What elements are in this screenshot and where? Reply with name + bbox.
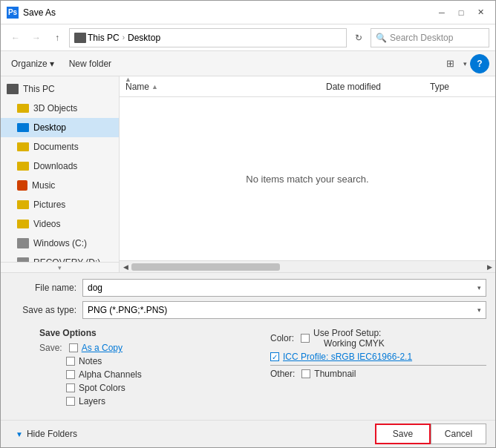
sidebar-item-videos[interactable]: Videos — [1, 214, 119, 234]
save-as-type-label: Save as type: — [10, 305, 76, 315]
icc-profile-row: ICC Profile: sRGB IEC61966-2.1 — [270, 352, 486, 362]
back-button[interactable]: ← — [7, 29, 25, 47]
sidebar-label-windows-c: Windows (C:) — [33, 238, 87, 248]
bottom-bar: ▼ Hide Folders Save Cancel — [1, 420, 495, 447]
scroll-track — [131, 261, 483, 273]
column-date[interactable]: Date modified — [326, 82, 430, 92]
new-folder-label: New folder — [69, 59, 111, 69]
option-row-alpha: Alpha Channels — [39, 369, 255, 380]
file-name-label: File name: — [10, 283, 76, 293]
scroll-left-button[interactable]: ◀ — [120, 261, 131, 273]
main-area: This PC 3D Objects Desktop Documents Dow… — [1, 76, 495, 272]
spot-colors-checkbox[interactable] — [66, 383, 75, 392]
hide-folders-label: Hide Folders — [27, 429, 77, 439]
sidebar-item-music[interactable]: Music — [1, 176, 119, 195]
use-proof-label: Use Proof Setup: Working CMYK — [313, 328, 385, 349]
bottom-form: File name: dog ▾ Save as type: PNG (*.PN… — [1, 272, 495, 420]
save-label: Save: — [39, 343, 62, 353]
folder-icon — [17, 104, 29, 113]
layers-checkbox[interactable] — [66, 397, 75, 406]
other-row: Other: Thumbnail — [270, 369, 486, 379]
dialog-title: Save As — [23, 7, 433, 18]
alpha-channels-label: Alpha Channels — [79, 369, 142, 380]
column-name[interactable]: Name ▲ — [125, 82, 326, 92]
sidebar-item-3d-objects[interactable]: 3D Objects — [1, 99, 119, 118]
chevron-icon: ▼ — [16, 430, 23, 438]
sidebar-label-music: Music — [32, 180, 55, 191]
option-row-spot: Spot Colors — [39, 383, 255, 393]
sidebar-item-windows-c[interactable]: Windows (C:) — [1, 234, 119, 253]
sidebar-item-documents[interactable]: Documents — [1, 137, 119, 157]
organize-arrow: ▾ — [50, 59, 54, 69]
sidebar-label-desktop: Desktop — [33, 122, 66, 133]
hide-folders-button[interactable]: ▼ Hide Folders — [10, 424, 83, 444]
title-bar: Ps Save As ─ □ ✕ — [1, 1, 495, 24]
as-a-copy-checkbox[interactable] — [69, 343, 78, 352]
icc-profile-checkbox[interactable] — [270, 352, 279, 361]
minimize-button[interactable]: ─ — [433, 4, 451, 22]
color-label: Color: — [270, 333, 294, 343]
refresh-button[interactable]: ↻ — [350, 29, 368, 47]
organize-button[interactable]: Organize ▾ — [7, 54, 59, 73]
organize-label: Organize — [11, 59, 48, 69]
view-arrow: ▾ — [463, 60, 467, 67]
column-type[interactable]: Type — [430, 82, 489, 92]
save-options: Save Options Save: As a Copy Notes Alpha… — [10, 323, 486, 414]
folder-icon — [17, 220, 29, 228]
sidebar-label-this-pc: This PC — [23, 84, 55, 94]
sidebar-item-desktop[interactable]: Desktop — [1, 118, 119, 137]
save-button[interactable]: Save — [375, 424, 431, 444]
file-content-empty: No items match your search. — [120, 97, 495, 260]
close-button[interactable]: ✕ — [471, 4, 489, 22]
file-name-value: dog — [88, 283, 102, 293]
column-type-label: Type — [430, 82, 449, 92]
folder-icon-blue — [17, 123, 29, 132]
sidebar-item-pictures[interactable]: Pictures — [1, 195, 119, 214]
maximize-button[interactable]: □ — [452, 4, 470, 22]
save-as-type-select[interactable]: PNG (*.PNG;*.PNS) ▾ — [82, 301, 486, 319]
file-name-row: File name: dog ▾ — [10, 279, 486, 297]
cancel-button[interactable]: Cancel — [431, 424, 486, 444]
options-right: Color: Use Proof Setup: Working CMYK ICC… — [270, 328, 486, 409]
music-icon — [17, 180, 27, 191]
folder-icon — [17, 200, 29, 209]
path-this-pc: This PC — [88, 33, 120, 43]
up-button[interactable]: ↑ — [48, 29, 66, 47]
path-desktop: Desktop — [128, 33, 160, 43]
save-as-type-value: PNG (*.PNG;*.PNS) — [88, 305, 167, 315]
sidebar-item-recovery-d[interactable]: RECOVERY (D:) — [1, 253, 119, 262]
file-name-input[interactable]: dog ▾ — [82, 279, 486, 297]
address-path[interactable]: This PC › Desktop — [69, 28, 347, 47]
alpha-channels-checkbox[interactable] — [66, 370, 75, 379]
sidebar-item-this-pc[interactable]: This PC — [1, 79, 119, 99]
file-area: ▲ Name ▲ Date modified Type No items mat… — [120, 76, 495, 272]
forward-button[interactable]: → — [27, 29, 45, 47]
sidebar-label-3d-objects: 3D Objects — [33, 103, 77, 113]
horizontal-scrollbar[interactable]: ◀ ▶ — [120, 260, 495, 272]
option-row-save: Save: As a Copy — [39, 343, 255, 353]
sidebar-item-downloads[interactable]: Downloads — [1, 157, 119, 176]
save-options-title: Save Options — [39, 328, 255, 338]
new-folder-button[interactable]: New folder — [65, 54, 116, 73]
view-toggle-button[interactable]: ⊞ — [440, 54, 460, 73]
sidebar-label-pictures: Pictures — [33, 200, 65, 210]
help-icon: ? — [477, 59, 482, 69]
options-left: Save Options Save: As a Copy Notes Alpha… — [10, 328, 255, 409]
option-row-layers: Layers — [39, 396, 255, 406]
sidebar-list: This PC 3D Objects Desktop Documents Dow… — [1, 76, 119, 262]
thumbnail-label: Thumbnail — [314, 369, 356, 379]
color-row: Color: Use Proof Setup: Working CMYK — [270, 328, 486, 349]
path-separator: › — [123, 33, 125, 42]
save-as-dialog: Ps Save As ─ □ ✕ ← → ↑ This PC › Desktop… — [0, 0, 496, 448]
sidebar: This PC 3D Objects Desktop Documents Dow… — [1, 76, 120, 272]
use-proof-checkbox[interactable] — [301, 334, 310, 343]
column-date-label: Date modified — [326, 82, 381, 92]
search-box[interactable]: 🔍 Search Desktop — [371, 28, 489, 47]
as-a-copy-label[interactable]: As a Copy — [82, 343, 123, 353]
thumbnail-checkbox[interactable] — [301, 369, 310, 378]
pc-icon — [7, 84, 19, 94]
notes-checkbox[interactable] — [66, 357, 75, 366]
icc-profile-label[interactable]: ICC Profile: sRGB IEC61966-2.1 — [283, 352, 412, 362]
help-button[interactable]: ? — [470, 54, 489, 73]
scroll-right-button[interactable]: ▶ — [483, 261, 495, 273]
